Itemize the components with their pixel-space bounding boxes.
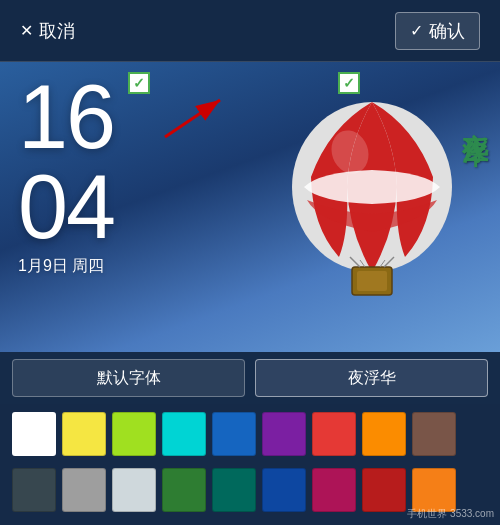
confirm-button[interactable]: ✓ 确认 [395, 12, 480, 50]
color-swatch-brown[interactable] [412, 412, 456, 456]
cancel-button[interactable]: ✕ 取消 [20, 19, 75, 43]
color-swatch-dark-red[interactable] [362, 468, 406, 512]
font-selector-row: 默认字体 夜浮华 [0, 352, 500, 404]
svg-rect-4 [357, 271, 387, 291]
color-swatch-purple[interactable] [262, 412, 306, 456]
confirm-icon: ✓ [410, 21, 423, 40]
clock-widget: 16 04 1月9日 周四 [18, 72, 114, 277]
color-swatch-dark-blue[interactable] [262, 468, 306, 512]
color-swatch-dark-gray[interactable] [12, 468, 56, 512]
color-swatch-gray[interactable] [62, 468, 106, 512]
color-swatch-red[interactable] [312, 412, 356, 456]
wallpaper-area: 16 04 1月9日 周四 夜浮华 [0, 62, 500, 352]
cancel-icon: ✕ [20, 21, 33, 40]
clock-hour: 16 [18, 72, 114, 162]
balloon-image [285, 82, 460, 312]
color-swatch-teal[interactable] [212, 468, 256, 512]
clock-minute: 04 [18, 162, 114, 252]
color-swatch-lime[interactable] [112, 412, 156, 456]
clock-date: 1月9日 周四 [18, 256, 114, 277]
check-badge-1 [128, 72, 150, 94]
arrow-annotation [155, 92, 235, 142]
color-swatch-blue[interactable] [212, 412, 256, 456]
color-swatch-white[interactable] [12, 412, 56, 456]
cancel-label: 取消 [39, 19, 75, 43]
color-swatch-light-gray[interactable] [112, 468, 156, 512]
color-swatch-yellow[interactable] [62, 412, 106, 456]
font-preview-text: 夜浮华 [459, 112, 490, 124]
selected-font-button[interactable]: 夜浮华 [255, 359, 488, 397]
watermark: 手机世界 3533.com [407, 507, 494, 521]
top-bar: ✕ 取消 ✓ 确认 [0, 0, 500, 62]
confirm-label: 确认 [429, 19, 465, 43]
color-swatch-magenta[interactable] [312, 468, 356, 512]
default-font-button[interactable]: 默认字体 [12, 359, 245, 397]
color-swatch-cyan[interactable] [162, 412, 206, 456]
color-swatch-dark-green[interactable] [162, 468, 206, 512]
svg-line-1 [165, 100, 220, 137]
color-swatch-orange[interactable] [362, 412, 406, 456]
color-swatch-amber[interactable] [412, 468, 456, 512]
